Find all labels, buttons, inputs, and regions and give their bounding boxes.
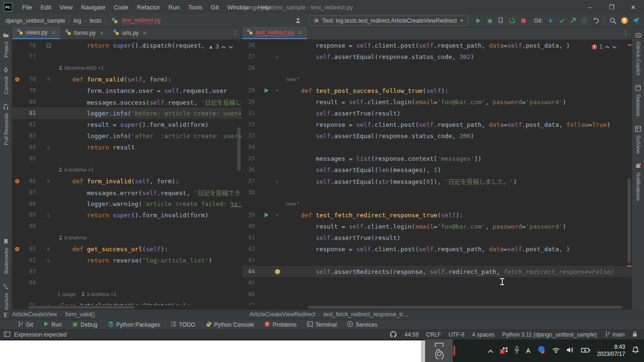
fold-marker[interactable]: ▽ [272, 88, 282, 93]
git-push-button[interactable] [567, 16, 579, 26]
breadcrumb-right[interactable]: ArticleCreateViewRedirect›test_fetch_red… [250, 311, 409, 318]
fold-marker[interactable]: △ [43, 213, 54, 217]
next-warning-icon[interactable] [228, 43, 233, 50]
author-annotation[interactable]: k-brahma +1 [87, 291, 116, 297]
app-badge-icon[interactable]: 2 [500, 347, 507, 354]
code-line-91[interactable]: ↑91▽ def get_success_url(self): [12, 243, 242, 255]
code-vision-annotation[interactable]: k-brahma [12, 232, 242, 243]
code-line-42[interactable]: 42 response = self.client.post(self.requ… [242, 243, 632, 255]
tool-window-button-problems[interactable]: Problems [259, 320, 302, 330]
code-line-80[interactable]: 80 messages.success(self.request, '日記を投稿… [12, 96, 242, 107]
close-button[interactable]: ✕ [622, 0, 644, 14]
close-icon[interactable]: ✕ [99, 30, 104, 36]
scrollbar-vertical[interactable] [628, 178, 631, 263]
tool-stripe-sciview[interactable]: SciView [632, 121, 644, 158]
tool-window-button-run[interactable]: Run [38, 320, 67, 330]
tool-stripe-notifications[interactable]: Notifications [632, 158, 644, 206]
tool-window-button-terminal[interactable]: Terminal [302, 320, 342, 330]
breadcrumb-item[interactable]: log [72, 17, 82, 24]
close-icon[interactable]: ✕ [51, 30, 56, 36]
code-vision-annotation[interactable]: kbrahma-t490 +1 [12, 62, 242, 74]
tab-test_redirect-py[interactable]: test_redirect.py✕ [242, 27, 307, 39]
background-window[interactable] [0, 340, 425, 362]
fold-marker[interactable]: ▽ [43, 77, 54, 82]
fold-marker[interactable]: ▽ [272, 213, 282, 217]
menu-edit[interactable]: Edit [36, 0, 55, 14]
scrollbar-horizontal[interactable] [308, 306, 622, 309]
menu-view[interactable]: View [55, 0, 77, 14]
scrollbar-horizontal[interactable] [28, 306, 134, 309]
tool-window-button-services[interactable]: Services [342, 320, 382, 330]
usages-annotation[interactable]: 1 usage [57, 291, 80, 297]
wifi-icon[interactable] [552, 346, 560, 355]
code-line-32[interactable]: 32 response = self.client.post(self.requ… [242, 119, 632, 130]
inspection-widget-left[interactable]: ▲ 3 [206, 42, 235, 51]
code-line-43[interactable]: 43 [242, 255, 632, 266]
code-line-94[interactable]: 94 [12, 277, 242, 288]
close-icon[interactable]: ✕ [143, 30, 147, 36]
code-line-44[interactable]: 44 self.assertRedirects(response, self.r… [242, 266, 632, 277]
code-with-me-icon[interactable] [630, 16, 641, 26]
code-line-28[interactable]: 28 [242, 62, 632, 74]
tool-stripe-bookmarks[interactable]: Bookmarks [0, 234, 12, 279]
breadcrumb-file[interactable]: test_redirect.py [122, 17, 161, 24]
tool-window-button-todo[interactable]: TODO [165, 320, 200, 330]
tool-window-button-python-packages[interactable]: Python Packages [103, 320, 165, 330]
code-line-88[interactable]: 88 logger.warning('article create failed… [12, 198, 242, 209]
inspection-widget-right[interactable]: ! 1 [590, 42, 619, 51]
code-line-38[interactable]: 38 [242, 187, 632, 198]
python-interpreter[interactable]: Python 3.11 (django_unittest_sample) [502, 331, 597, 338]
menu-code[interactable]: Code [110, 0, 133, 14]
code-line-40[interactable]: 40 result = self.client.login(email='foo… [242, 221, 632, 232]
code-line-95[interactable]: 95▽class ArticleUpdateView(UpdateView): [12, 300, 242, 305]
scrollbar-vertical[interactable] [237, 127, 241, 171]
fold-marker[interactable]: △ [43, 145, 54, 149]
fold-marker[interactable]: − [43, 43, 54, 48]
history-button[interactable] [579, 16, 590, 26]
indent-style[interactable]: 4 spaces [472, 331, 495, 338]
code-line-35[interactable]: 35 messages = list(response.context['mes… [242, 153, 632, 164]
code-line-47[interactable]: 47 [242, 300, 632, 305]
tool-stripe-commit[interactable]: Commit [0, 62, 12, 99]
tab-options-kebab-icon[interactable]: ⋮ [232, 29, 239, 37]
gear-icon[interactable] [434, 349, 444, 361]
code-line-77[interactable]: 77 [12, 51, 242, 62]
menu-tools[interactable]: Tools [184, 0, 207, 14]
code-line-86[interactable]: ↑86▽ def form_invalid(self, form): [12, 175, 242, 187]
ime-mode-indicator[interactable]: A [526, 347, 531, 354]
menu-git[interactable]: Git [207, 0, 223, 14]
restore-button[interactable]: ❐ [601, 0, 622, 14]
search-everywhere-button[interactable] [607, 16, 619, 26]
code-line-27[interactable]: 27△ self.assertEqual(response.status_cod… [242, 51, 632, 62]
background-window-scrollbar[interactable] [421, 341, 425, 362]
battery-icon[interactable] [581, 346, 590, 355]
author-annotation[interactable]: k-brahma [64, 235, 86, 240]
tool-stripe-project[interactable]: Project [0, 27, 12, 62]
git-update-button[interactable] [545, 16, 556, 26]
code-line-33[interactable]: 33 self.assertEqual(response.status_code… [242, 130, 632, 141]
menu-run[interactable]: Run [164, 0, 184, 14]
fold-marker[interactable]: ▽ [43, 179, 54, 183]
code-vision-annotation[interactable]: new * [242, 74, 632, 85]
caret-position[interactable]: 44:59 [404, 331, 419, 338]
code-line-82[interactable]: 82 result = super().form_valid(form) [12, 119, 242, 130]
code-line-79[interactable]: 79 form.instance.user = self.request.use… [12, 85, 242, 96]
code-vision-annotation[interactable]: k-brahma +1 [12, 164, 242, 175]
user-icon[interactable] [293, 16, 304, 26]
code-vision-annotation[interactable]: 1 usage k-brahma +1 [12, 288, 242, 300]
tool-stripe-pull-requests[interactable]: Pull Requests [0, 99, 12, 150]
code-line-31[interactable]: 31 self.assertTrue(result) [242, 107, 632, 119]
code-line-83[interactable]: 83 logger.info('after :article create: u… [12, 130, 242, 141]
window-frame-icon[interactable] [435, 340, 444, 349]
author-annotation[interactable]: k-brahma +1 [64, 167, 94, 173]
debug-button[interactable] [484, 16, 495, 26]
tool-window-button-python-console[interactable]: Python Console [201, 320, 259, 330]
browser-tray-icon[interactable] [537, 346, 546, 356]
code-line-45[interactable]: 45 [242, 277, 632, 288]
close-icon[interactable]: ✕ [298, 30, 302, 36]
minimize-button[interactable]: – [579, 0, 601, 14]
breadcrumb-item[interactable]: form_valid() [65, 311, 95, 318]
fold-marker[interactable]: △ [272, 54, 282, 59]
run-test-gutter[interactable] [261, 213, 272, 217]
code-line-85[interactable]: 85 [12, 153, 242, 164]
